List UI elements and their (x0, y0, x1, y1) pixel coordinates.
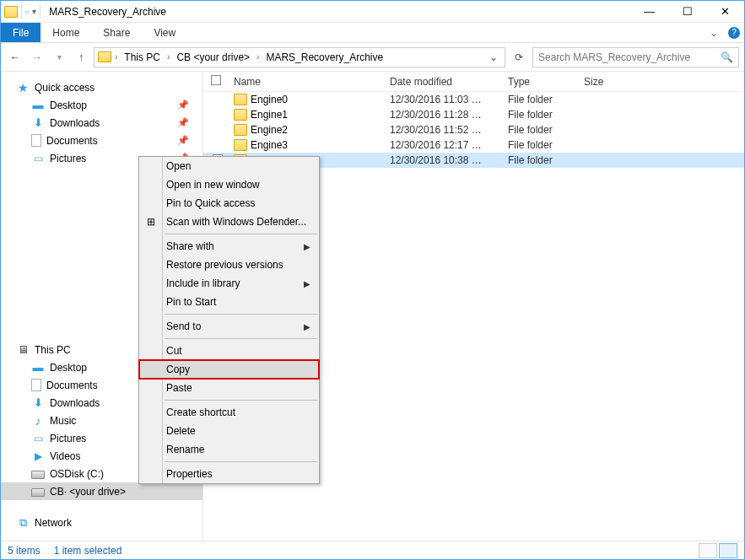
status-bar: 5 items 1 item selected (1, 541, 744, 559)
folder-icon (98, 51, 111, 62)
file-date: 12/30/2016 10:38 … (385, 154, 503, 166)
menu-restore-versions[interactable]: Restore previous versions (139, 256, 319, 274)
menu-create-shortcut[interactable]: Create shortcut (139, 403, 319, 422)
desktop-icon: ▬ (31, 362, 45, 374)
maximize-button[interactable]: ☐ (668, 1, 706, 22)
file-date: 12/30/2016 12:17 … (385, 139, 503, 151)
sidebar-item-yourdrive[interactable]: CB· <your drive> (1, 482, 202, 500)
ribbon-tabs: File Home Share View ⌄ ? (1, 23, 744, 43)
file-name: Engine2 (251, 124, 288, 136)
menu-send-to[interactable]: Send to▶ (139, 317, 319, 336)
chevron-right-icon[interactable]: › (113, 52, 119, 62)
menu-share-with[interactable]: Share with▶ (139, 237, 319, 256)
drive-icon (31, 488, 45, 497)
videos-icon: ▶ (31, 450, 45, 462)
pictures-icon: ▭ (31, 433, 45, 444)
pin-icon: 📌 (177, 100, 189, 110)
column-type[interactable]: Type (503, 76, 579, 88)
folder-icon (234, 94, 247, 105)
document-icon (31, 134, 41, 147)
file-type: File folder (503, 139, 579, 151)
download-icon: ⬇ (31, 117, 45, 129)
menu-cut[interactable]: Cut (139, 342, 319, 360)
document-icon (31, 379, 41, 391)
file-name: Engine0 (251, 94, 288, 105)
breadcrumb-seg[interactable]: MARS_Recovery_Archive (262, 51, 386, 63)
folder-icon (234, 109, 247, 121)
refresh-button[interactable]: ⟳ (509, 51, 529, 63)
chevron-right-icon: ▶ (304, 279, 310, 288)
close-button[interactable]: ✕ (706, 1, 744, 22)
menu-delete[interactable]: Delete (139, 422, 319, 440)
menu-scan-defender[interactable]: ⊞Scan with Windows Defender... (139, 213, 319, 231)
view-details-button[interactable] (699, 543, 717, 558)
download-icon: ⬇ (31, 397, 45, 409)
file-type: File folder (503, 154, 579, 166)
folder-icon (4, 6, 18, 18)
share-tab[interactable]: Share (91, 23, 142, 42)
help-icon: ? (728, 27, 740, 39)
context-menu: Open Open in new window Pin to Quick acc… (138, 156, 320, 484)
home-tab[interactable]: Home (40, 23, 91, 42)
status-selected-count: 1 item selected (54, 545, 122, 557)
drive-icon (31, 471, 45, 479)
titlebar: ▫ ▾ MARS_Recovery_Archive — ☐ ✕ (1, 1, 744, 23)
sidebar-item-desktop[interactable]: ▬Desktop📌 (1, 96, 202, 114)
file-date: 12/30/2016 11:03 … (385, 94, 503, 105)
address-dropdown[interactable]: ⌄ (486, 51, 501, 63)
pc-icon: 🖥 (16, 344, 30, 356)
menu-include-library[interactable]: Include in library▶ (139, 274, 319, 293)
back-button[interactable]: ← (6, 48, 24, 67)
chevron-right-icon[interactable]: › (165, 52, 171, 62)
breadcrumb-seg[interactable]: This PC (121, 51, 164, 63)
table-row[interactable]: Engine312/30/2016 12:17 …File folder (203, 137, 744, 153)
menu-copy[interactable]: Copy (139, 360, 319, 379)
quick-access[interactable]: ★Quick access (1, 78, 202, 96)
menu-properties[interactable]: Properties (139, 465, 319, 483)
column-checkbox[interactable] (203, 75, 229, 88)
file-name: Engine3 (251, 139, 288, 151)
qat-item[interactable]: ▫ (25, 6, 29, 18)
search-placeholder: Search MARS_Recovery_Archive (538, 51, 690, 63)
column-name[interactable]: Name (229, 76, 385, 88)
file-type: File folder (503, 109, 579, 121)
recent-dd[interactable]: ▾ (50, 48, 68, 67)
address-bar[interactable]: › This PC › CB <your drive> › MARS_Recov… (94, 47, 505, 67)
menu-pin-start[interactable]: Pin to Start (139, 293, 319, 311)
menu-rename[interactable]: Rename (139, 440, 319, 459)
view-large-button[interactable] (719, 543, 737, 558)
forward-button[interactable]: → (28, 48, 46, 67)
column-size[interactable]: Size (579, 76, 629, 88)
menu-pin-quick-access[interactable]: Pin to Quick access (139, 194, 319, 213)
up-button[interactable]: ↑ (72, 48, 90, 67)
table-row[interactable]: Engine212/30/2016 11:52 …File folder (203, 122, 744, 137)
quick-access-toolbar: ▫ ▾ (1, 5, 44, 19)
file-type: File folder (503, 124, 579, 136)
file-list: Name Date modified Type Size Engine012/3… (203, 72, 744, 541)
table-row[interactable]: Engine012/30/2016 11:03 …File folder (203, 92, 744, 107)
file-name: Engine1 (251, 109, 288, 121)
column-date[interactable]: Date modified (385, 76, 503, 88)
file-date: 12/30/2016 11:28 … (385, 109, 503, 121)
sidebar-item-documents[interactable]: Documents📌 (1, 132, 202, 149)
minimize-button[interactable]: — (630, 1, 668, 22)
menu-open-new-window[interactable]: Open in new window (139, 175, 319, 194)
ribbon-expand-icon[interactable]: ⌄ (704, 23, 724, 42)
sidebar-item-downloads[interactable]: ⬇Downloads📌 (1, 114, 202, 132)
breadcrumb-seg[interactable]: CB <your drive> (173, 51, 253, 63)
qat-dropdown[interactable]: ▾ (32, 7, 36, 16)
network-icon: ⧉ (16, 517, 30, 529)
search-box[interactable]: Search MARS_Recovery_Archive 🔍 (532, 47, 739, 67)
folder-icon (234, 124, 247, 136)
menu-open[interactable]: Open (139, 157, 319, 175)
pin-icon: 📌 (177, 135, 189, 146)
table-row[interactable]: Engine112/30/2016 11:28 …File folder (203, 107, 744, 122)
view-tab[interactable]: View (142, 23, 187, 42)
file-tab[interactable]: File (1, 23, 40, 42)
chevron-right-icon[interactable]: › (255, 52, 261, 62)
help-button[interactable]: ? (724, 23, 744, 42)
pin-icon: 📌 (177, 117, 189, 128)
network[interactable]: ⧉Network (1, 514, 202, 531)
menu-paste[interactable]: Paste (139, 379, 319, 397)
nav-bar: ← → ▾ ↑ › This PC › CB <your drive> › MA… (1, 43, 744, 72)
